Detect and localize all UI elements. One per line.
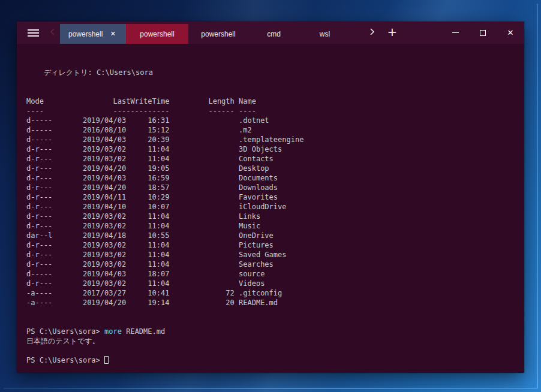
terminal-line: d-r--- 2019/03/02 11:04 Pictures [26, 240, 518, 250]
tab-powershell-3[interactable]: powershell [188, 24, 248, 44]
maximize-button[interactable] [469, 22, 497, 44]
chevron-right-icon [369, 28, 375, 38]
tab-label: wsl [320, 30, 330, 38]
terminal-line: d-r--- 2019/03/02 11:04 3D Objects [26, 144, 518, 154]
terminal-line: d----- 2019/04/03 18:07 source [26, 269, 518, 279]
terminal-line: ---- ------------- ------ ---- [26, 106, 518, 116]
terminal-line: d-r--- 2019/03/02 11:04 Searches [26, 260, 518, 269]
terminal-line: d-r--- 2019/04/20 18:57 Downloads [26, 183, 518, 192]
new-tab-button[interactable]: + [380, 22, 404, 44]
scroll-tabs-left-button[interactable] [44, 22, 60, 44]
terminal-line: d-r--- 2019/04/20 19:05 Desktop [26, 164, 518, 173]
terminal-line: -a---- 2017/03/27 10:41 72 .gitconfig [26, 288, 518, 298]
plus-icon: + [387, 25, 398, 39]
terminal-line: d-r--- 2019/03/02 11:04 Links [26, 212, 518, 221]
terminal-line: d-r--- 2019/04/10 10:07 iCloudDrive [26, 202, 518, 212]
terminal-line: d-r--- 2019/04/03 16:59 Documents [26, 173, 518, 183]
maximize-icon [480, 30, 486, 36]
terminal-line: d-r--- 2019/03/02 11:04 Videos [26, 279, 518, 288]
terminal-line: 日本語のテストです。 [26, 336, 518, 346]
tab-cmd[interactable]: cmd [248, 24, 299, 44]
terminal-line: d-r--- 2019/03/02 11:04 Contacts [26, 154, 518, 164]
terminal-line [26, 346, 518, 355]
tab-powershell-2[interactable]: powershell [126, 24, 188, 44]
minimize-button[interactable] [441, 22, 469, 44]
wallpaper-light-edge-bottom [4, 388, 537, 389]
terminal-line [26, 87, 518, 97]
tab-close-icon[interactable]: ✕ [109, 29, 118, 38]
tab-strip: powershell ✕ powershell powershell cmd w… [60, 22, 350, 44]
terminal-line: PS C:\Users\sora> [26, 355, 518, 365]
terminal-line [26, 49, 518, 58]
tab-bar: powershell ✕ powershell powershell cmd w… [17, 22, 524, 44]
terminal-line: PS C:\Users\sora> more README.md [26, 327, 518, 336]
terminal-line [26, 77, 518, 87]
terminal-line: d----- 2019/04/03 16:31 .dotnet [26, 116, 518, 125]
terminal-line: d-r--- 2019/03/02 11:04 Music [26, 221, 518, 231]
tabbar-spacer [404, 22, 441, 44]
hamburger-icon [28, 28, 39, 38]
terminal-line [26, 317, 518, 327]
wallpaper-light-edge-right [537, 4, 538, 388]
terminal-content[interactable]: ディレクトリ: C:\Users\soraMode LastWriteTime … [17, 44, 524, 373]
close-icon: ✕ [507, 28, 514, 37]
terminal-line: d-r--- 2019/03/02 11:04 Saved Games [26, 250, 518, 260]
tab-label: powershell [201, 30, 235, 38]
terminal-cursor [104, 356, 109, 364]
tab-label: powershell [140, 30, 174, 38]
close-button[interactable]: ✕ [497, 22, 524, 44]
terminal-line: Mode LastWriteTime Length Name [26, 97, 518, 106]
scroll-tabs-right-button[interactable] [365, 22, 380, 44]
terminal-line [26, 307, 518, 317]
terminal-output: ディレクトリ: C:\Users\soraMode LastWriteTime … [26, 49, 518, 365]
terminal-line [26, 58, 518, 68]
terminal-line: ディレクトリ: C:\Users\sora [26, 68, 518, 77]
minimize-icon [452, 32, 459, 33]
chevron-left-icon [49, 28, 55, 38]
terminal-window: powershell ✕ powershell powershell cmd w… [17, 22, 524, 373]
tab-label: powershell [68, 30, 103, 38]
tab-powershell-1[interactable]: powershell ✕ [60, 24, 126, 44]
desktop-wallpaper: powershell ✕ powershell powershell cmd w… [0, 0, 541, 392]
terminal-line: dar--l 2019/04/18 10:55 OneDrive [26, 231, 518, 240]
terminal-line: d----- 2019/04/03 20:39 .templateengine [26, 135, 518, 144]
terminal-line: -a---- 2019/04/20 19:14 20 README.md [26, 298, 518, 307]
menu-button[interactable] [22, 22, 44, 44]
tab-label: cmd [267, 30, 281, 38]
terminal-line: d----- 2016/08/10 15:12 .m2 [26, 125, 518, 135]
tab-wsl[interactable]: wsl [299, 24, 350, 44]
terminal-line: d-r--- 2019/04/11 10:29 Favorites [26, 192, 518, 202]
